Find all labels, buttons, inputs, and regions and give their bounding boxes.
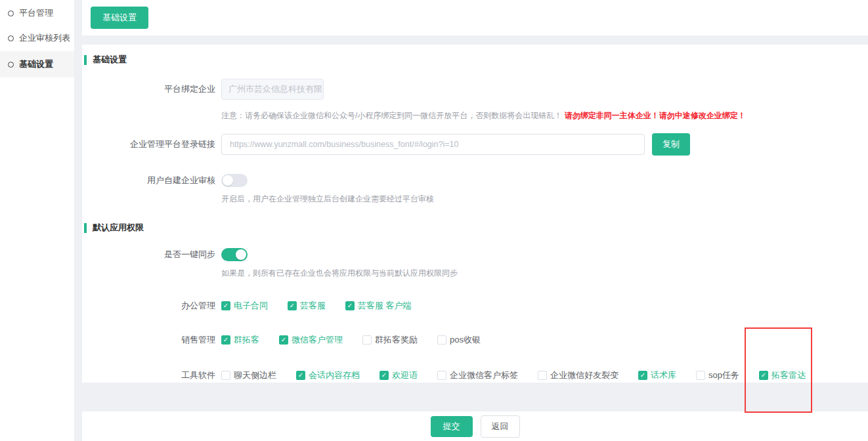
section-accent-bar <box>84 55 87 65</box>
platform-company-select[interactable]: 广州市芸众信息科技有限公 ∨ <box>221 79 324 100</box>
app-group-label: 办公管理 <box>84 300 215 312</box>
app-checkbox[interactable]: ✓ pos收银 <box>437 334 481 346</box>
app-checkbox[interactable]: ✓ 芸客服 客户端 <box>345 300 412 312</box>
app-checkbox[interactable]: ✓ sop任务 <box>696 369 739 381</box>
app-group-tools: 工具软件 ✓ 聊天侧边栏 ✓ 会话内容存档 ✓ 欢迎语 ✓ 企业微信客户标签 <box>84 369 868 381</box>
settings-panel: 基础设置 平台绑定企业 广州市芸众信息科技有限公 ∨ 注意：请务必确保该企业微信… <box>82 45 868 383</box>
sidebar-item-enterprise-audit-list[interactable]: 企业审核列表 <box>0 26 74 50</box>
login-link-label: 企业管理平台登录链接 <box>84 138 215 150</box>
checkbox-icon: ✓ <box>279 335 288 345</box>
sidebar: 平台管理 企业审核列表 基础设置 <box>0 0 74 441</box>
user-audit-label: 用户自建企业审核 <box>84 175 215 186</box>
app-checkbox[interactable]: ✓ 微信客户管理 <box>279 334 343 346</box>
app-checkbox[interactable]: ✓ 群拓客 <box>221 334 259 346</box>
main-area: 基础设置 基础设置 平台绑定企业 广州市芸众信息科技有限公 ∨ 注意：请务必确保… <box>82 0 868 441</box>
platform-company-note-row: 注意：请务必确保该企业微信和公众号/小程序绑定到同一微信开放平台，否则数据将会出… <box>84 110 868 121</box>
section-title: 基础设置 <box>93 54 127 66</box>
tab-basic-settings[interactable]: 基础设置 <box>91 7 148 29</box>
checkbox-icon: ✓ <box>696 371 705 380</box>
copy-button[interactable]: 复制 <box>652 133 690 156</box>
user-audit-row: 用户自建企业审核 <box>84 174 868 187</box>
platform-company-value: 广州市芸众信息科技有限公 <box>228 83 324 95</box>
login-link-row: 企业管理平台登录链接 复制 <box>84 133 868 156</box>
note-text: 注意：请务必确保该企业微信和公众号/小程序绑定到同一微信开放平台，否则数据将会出… <box>221 111 562 120</box>
one-key-sync-label: 是否一键同步 <box>84 249 215 261</box>
top-tab-bar: 基础设置 <box>82 0 868 35</box>
app-group-sales: 销售管理 ✓ 群拓客 ✓ 微信客户管理 ✓ 群拓客奖励 ✓ pos收银 <box>84 334 868 346</box>
section-basic-settings: 基础设置 <box>84 54 868 66</box>
checkbox-icon: ✓ <box>221 371 230 380</box>
app-checkbox[interactable]: ✓ 芸客服 <box>288 300 326 312</box>
app-group-label: 销售管理 <box>84 334 215 346</box>
checkbox-icon: ✓ <box>380 371 389 380</box>
circle-icon <box>8 10 14 16</box>
platform-company-label: 平台绑定企业 <box>84 83 215 95</box>
sidebar-item-platform-management[interactable]: 平台管理 <box>0 1 74 25</box>
submit-button[interactable]: 提交 <box>431 416 473 437</box>
app-checkbox[interactable]: ✓ 群拓客奖励 <box>362 334 418 346</box>
back-button[interactable]: 返回 <box>481 415 520 438</box>
checkbox-icon: ✓ <box>221 301 230 310</box>
platform-company-note: 注意：请务必确保该企业微信和公众号/小程序绑定到同一微信开放平台，否则数据将会出… <box>221 110 868 121</box>
one-key-sync-row: 是否一键同步 <box>84 248 868 261</box>
app-checkbox[interactable]: ✓ 聊天侧边栏 <box>221 369 276 381</box>
one-key-sync-hint-row: 如果是，则所有已存在企业也会将应用权限与当前默认应用权限同步 <box>84 268 868 279</box>
section-title: 默认应用权限 <box>93 222 144 234</box>
checkbox-icon: ✓ <box>638 371 647 380</box>
sidebar-item-basic-settings[interactable]: 基础设置 <box>0 51 74 77</box>
section-accent-bar <box>84 223 87 233</box>
user-audit-hint: 开启后，用户在企业管理独立后台创建企业需要经过平台审核 <box>221 194 868 205</box>
platform-company-row: 平台绑定企业 广州市芸众信息科技有限公 ∨ <box>84 79 868 100</box>
circle-icon <box>8 35 14 41</box>
circle-icon <box>8 62 14 68</box>
user-audit-hint-row: 开启后，用户在企业管理独立后台创建企业需要经过平台审核 <box>84 194 868 205</box>
one-key-sync-toggle[interactable] <box>221 248 248 261</box>
checkbox-icon: ✓ <box>362 335 372 345</box>
checkbox-icon: ✓ <box>345 301 355 310</box>
login-link-input[interactable] <box>221 134 645 155</box>
app-checkbox[interactable]: ✓ 企业微信客户标签 <box>437 369 518 381</box>
checkbox-icon: ✓ <box>221 335 230 345</box>
app-checkbox[interactable]: ✓ 话术库 <box>638 369 676 381</box>
sidebar-item-label: 基础设置 <box>19 58 53 70</box>
app-checkbox-tuoke-radar[interactable]: ✓ 拓客雷达 <box>759 369 806 381</box>
checkbox-icon: ✓ <box>538 371 547 380</box>
app-checkbox[interactable]: ✓ 欢迎语 <box>380 369 418 381</box>
app-group-label: 工具软件 <box>84 369 215 381</box>
checkbox-icon: ✓ <box>288 301 297 310</box>
app-checkbox[interactable]: ✓ 电子合同 <box>221 300 268 312</box>
note-warning-text: 请勿绑定非同一主体企业！请勿中途修改企业绑定！ <box>565 111 746 120</box>
checkbox-icon: ✓ <box>296 371 305 380</box>
app-checkbox[interactable]: ✓ 会话内容存档 <box>296 369 360 381</box>
one-key-sync-hint: 如果是，则所有已存在企业也会将应用权限与当前默认应用权限同步 <box>221 268 868 279</box>
checkbox-icon: ✓ <box>437 335 446 345</box>
sidebar-item-label: 企业审核列表 <box>19 32 70 44</box>
footer-action-bar: 提交 返回 <box>82 411 868 441</box>
sidebar-item-label: 平台管理 <box>19 7 53 19</box>
user-audit-toggle[interactable] <box>221 174 248 187</box>
app-checkbox[interactable]: ✓ 企业微信好友裂变 <box>538 369 618 381</box>
app-group-office: 办公管理 ✓ 电子合同 ✓ 芸客服 ✓ 芸客服 客户端 <box>84 300 868 312</box>
section-default-permissions: 默认应用权限 <box>84 222 868 234</box>
checkbox-icon: ✓ <box>437 371 446 380</box>
checkbox-icon: ✓ <box>759 371 768 380</box>
